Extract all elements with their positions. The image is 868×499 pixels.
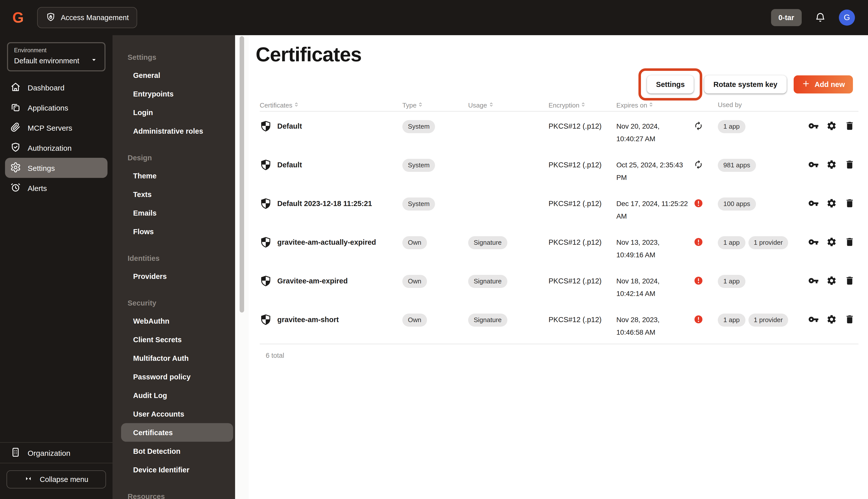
autorenew-icon[interactable] [694,159,703,173]
key-icon[interactable] [808,237,819,251]
trash-icon[interactable] [844,314,855,328]
used-by-chip: 1 app [718,120,745,133]
gear-solid-icon[interactable] [826,121,837,135]
plus-icon [802,80,810,89]
sidebar-item-settings[interactable]: Settings [5,158,108,178]
settings-nav-item-emails[interactable]: Emails [121,204,233,222]
product-switcher-button[interactable]: Access Management [37,7,137,28]
type-badge: Own [402,236,427,249]
avatar[interactable]: G [839,10,855,26]
settings-nav-item-bot-detection[interactable]: Bot Detection [121,442,233,460]
table-body: DefaultSystemPKCS#12 (.p12)Nov 20, 2024,… [260,112,858,344]
settings-nav-item-device-identifier[interactable]: Device Identifier [121,460,233,479]
gear-solid-icon[interactable] [826,159,837,173]
key-icon[interactable] [808,198,819,212]
gravitee-logo-icon[interactable]: G [11,11,25,25]
scrollbar[interactable] [235,35,249,499]
key-icon[interactable] [808,276,819,290]
nav-section-design: Design [112,154,235,162]
settings-nav-item-flows[interactable]: Flows [121,222,233,241]
certificate-name[interactable]: Gravitee-am-expired [277,275,348,287]
add-new-button[interactable]: Add new [793,75,853,94]
gear-solid-icon[interactable] [826,237,837,251]
sidebar-item-dashboard[interactable]: Dashboard [5,77,108,97]
sidebar-item-applications[interactable]: Applications [5,97,108,118]
bell-icon[interactable] [815,12,826,23]
total-count: 6 total [266,352,858,359]
settings-button[interactable]: Settings [647,75,694,94]
encryption-value: PKCS#12 (.p12) [548,314,616,326]
settings-nav-item-certificates[interactable]: Certificates [121,423,233,442]
expires-on-value: Nov 13, 2023,10:49:16 AM [616,236,690,261]
settings-nav-item-entrypoints[interactable]: Entrypoints [121,84,233,103]
table-row[interactable]: Default 2023-12-18 11:25:21SystemPKCS#12… [260,189,858,228]
column-header-type[interactable]: Type [402,101,468,109]
app-root: G Access Management 0-tar G Environment … [0,0,868,499]
column-header-usage[interactable]: Usage [468,101,548,109]
key-icon[interactable] [808,314,819,328]
product-label: Access Management [61,14,129,22]
certificate-name[interactable]: Default 2023-12-18 11:25:21 [277,197,372,209]
nav-section-security: Security [112,299,235,307]
table-row[interactable]: gravitee-am-shortOwnSignaturePKCS#12 (.p… [260,305,858,344]
sidebar-item-mcp-servers[interactable]: MCP Servers [5,118,108,138]
gear-solid-icon[interactable] [826,314,837,328]
used-by-chip: 1 app [718,236,745,249]
certificate-name[interactable]: Default [277,159,302,171]
gear-solid-icon[interactable] [826,276,837,290]
environment-label: Environment [14,47,98,53]
collapse-menu-button[interactable]: Collapse menu [7,470,106,488]
used-by-chip: 100 apps [718,197,756,210]
settings-nav-item-audit-log[interactable]: Audit Log [121,386,233,404]
type-badge: System [402,120,435,133]
trash-icon[interactable] [844,121,855,135]
column-header-expires-on[interactable]: Expires on [616,101,718,109]
settings-nav-item-multifactor-auth[interactable]: Multifactor Auth [121,349,233,367]
settings-nav-item-webauthn[interactable]: WebAuthn [121,312,233,330]
sort-icon [648,101,654,109]
certificate-name[interactable]: Default [277,120,302,132]
sort-icon [418,101,423,109]
certificate-name[interactable]: gravitee-am-actually-expired [277,236,376,248]
trash-icon[interactable] [844,237,855,251]
expires-on-value: Nov 20, 2024,10:40:27 AM [616,120,690,145]
settings-nav-item-texts[interactable]: Texts [121,185,233,204]
column-header-encryption[interactable]: Encryption [548,101,616,109]
autorenew-icon[interactable] [694,120,703,134]
rotate-system-key-button[interactable]: Rotate system key [704,75,786,94]
settings-nav-item-theme[interactable]: Theme [121,166,233,185]
org-badge[interactable]: 0-tar [771,9,802,26]
apps-icon [10,101,21,114]
key-icon[interactable] [808,159,819,173]
trash-icon[interactable] [844,276,855,290]
table-row[interactable]: gravitee-am-actually-expiredOwnSignature… [260,228,858,266]
warning-icon [694,197,703,211]
topbar: G Access Management 0-tar G [0,0,868,35]
settings-nav-item-general[interactable]: General [121,66,233,84]
settings-sidebar: SettingsGeneralEntrypointsLoginAdministr… [112,35,235,499]
sidebar-item-organization[interactable]: Organization [5,443,108,463]
table-row[interactable]: Gravitee-am-expiredOwnSignaturePKCS#12 (… [260,266,858,305]
settings-nav-item-client-secrets[interactable]: Client Secrets [121,330,233,349]
warning-icon [694,314,703,328]
expires-on-value: Nov 18, 2024,10:42:14 AM [616,275,690,300]
settings-nav-item-password-policy[interactable]: Password policy [121,367,233,386]
encryption-value: PKCS#12 (.p12) [548,197,616,209]
settings-nav-item-providers[interactable]: Providers [121,267,233,285]
table-row[interactable]: DefaultSystemPKCS#12 (.p12)Nov 20, 2024,… [260,112,858,150]
column-header-certificates[interactable]: Certificates [260,101,402,109]
environment-selector[interactable]: Environment Default environment [7,42,106,71]
certificate-name[interactable]: gravitee-am-short [277,314,339,326]
trash-icon[interactable] [844,159,855,173]
trash-icon[interactable] [844,198,855,212]
gear-solid-icon[interactable] [826,198,837,212]
settings-nav-item-user-accounts[interactable]: User Accounts [121,404,233,423]
key-icon[interactable] [808,121,819,135]
sidebar-item-authorization[interactable]: Authorization [5,138,108,158]
table-row[interactable]: DefaultSystemPKCS#12 (.p12)Oct 25, 2024,… [260,150,858,189]
sidebar-item-alerts[interactable]: Alerts [5,178,108,198]
settings-nav-item-login[interactable]: Login [121,103,233,122]
settings-nav-item-administrative-roles[interactable]: Administrative roles [121,122,233,140]
scrollbar-thumb[interactable] [239,36,244,313]
expires-on-value: Nov 28, 2023,10:46:58 AM [616,314,690,338]
